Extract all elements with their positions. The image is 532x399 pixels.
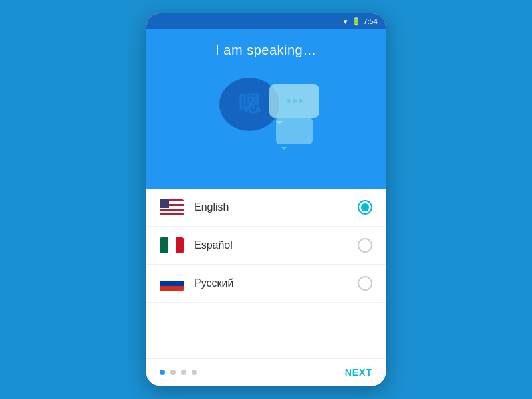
dot-3 (299, 99, 303, 103)
flag-ru (160, 275, 184, 291)
radio-spanish[interactable] (358, 238, 372, 253)
status-time: 7:54 (364, 17, 378, 25)
chat-bubbles: 嗯 (213, 71, 319, 151)
bubble-small (276, 118, 313, 144)
pagination-dots (160, 370, 197, 375)
radio-english[interactable] (358, 200, 372, 215)
flag-us (160, 200, 184, 215)
page-dot-3 (181, 370, 186, 375)
language-list: English Español Русский (146, 189, 386, 358)
speaking-title: I am speaking… (215, 43, 317, 58)
battery-icon: 🔋 (352, 17, 361, 26)
wifi-icon: ▼ (342, 18, 349, 25)
radio-inner-english (361, 203, 369, 211)
language-item-russian[interactable]: Русский (146, 265, 386, 303)
page-dot-2 (170, 370, 176, 375)
status-bar: ▼ 🔋 7:54 (146, 13, 386, 29)
flag-canton (160, 200, 169, 208)
language-item-english[interactable]: English (146, 189, 386, 227)
bottom-area: NEXT (146, 358, 386, 386)
dot-2 (293, 99, 297, 103)
bubble-char: 嗯 (239, 90, 260, 119)
language-item-spanish[interactable]: Español (146, 227, 386, 265)
flag-mx (160, 237, 184, 253)
language-name-spanish: Español (194, 239, 358, 251)
radio-russian[interactable] (358, 276, 372, 291)
page-dot-1 (160, 370, 165, 375)
status-icons: ▼ 🔋 7:54 (342, 17, 378, 26)
next-button[interactable]: NEXT (345, 367, 372, 378)
language-name-russian: Русский (194, 277, 358, 289)
bubble-speech (269, 84, 319, 118)
phone-frame: ▼ 🔋 7:54 I am speaking… 嗯 (146, 13, 386, 386)
dot-1 (287, 99, 291, 103)
speaking-area: I am speaking… 嗯 (146, 29, 386, 189)
language-name-english: English (194, 201, 358, 213)
page-dot-4 (192, 370, 197, 375)
